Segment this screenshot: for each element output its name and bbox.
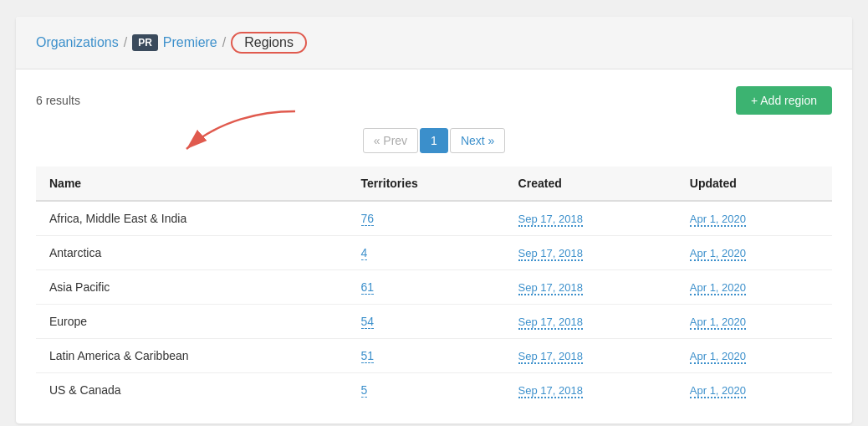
cell-territories: 61 [348,270,505,305]
territories-link[interactable]: 76 [361,212,375,226]
created-date-link[interactable]: Sep 17, 2018 [518,213,583,227]
cell-territories: 5 [348,373,505,408]
table-row: Asia Pacific 61 Sep 17, 2018 Apr 1, 2020 [36,270,832,305]
pagination: « Prev 1 Next » [363,128,506,153]
cell-territories: 54 [348,305,505,339]
territories-link[interactable]: 51 [361,349,375,363]
created-date-link[interactable]: Sep 17, 2018 [518,247,583,261]
territories-link[interactable]: 61 [361,280,375,295]
cell-name: Europe [36,305,348,339]
cell-created: Sep 17, 2018 [505,236,677,270]
breadcrumb-current: Regions [231,32,307,54]
cell-name: Asia Pacific [36,270,348,305]
updated-date-link[interactable]: Apr 1, 2020 [690,316,746,330]
cell-updated: Apr 1, 2020 [677,305,832,339]
cell-created: Sep 17, 2018 [505,270,677,305]
table-row: Latin America & Caribbean 51 Sep 17, 201… [36,339,832,373]
table-row: Antarctica 4 Sep 17, 2018 Apr 1, 2020 [36,236,832,270]
created-date-link[interactable]: Sep 17, 2018 [518,350,583,364]
cell-updated: Apr 1, 2020 [677,270,832,305]
cell-updated: Apr 1, 2020 [677,201,832,236]
updated-date-link[interactable]: Apr 1, 2020 [690,350,746,364]
cell-updated: Apr 1, 2020 [677,236,832,270]
cell-territories: 4 [348,236,505,270]
table-row: US & Canada 5 Sep 17, 2018 Apr 1, 2020 [36,373,832,408]
created-date-link[interactable]: Sep 17, 2018 [518,316,583,330]
territories-link[interactable]: 5 [361,383,368,398]
cell-name: Latin America & Caribbean [36,339,348,373]
col-territories: Territories [348,167,505,201]
pagination-wrapper: « Prev 1 Next » [36,128,832,153]
territories-link[interactable]: 4 [361,246,368,260]
cell-created: Sep 17, 2018 [505,305,677,339]
regions-table: Name Territories Created Updated Africa,… [36,167,832,407]
cell-name: Antarctica [36,236,348,270]
prev-page-button[interactable]: « Prev [363,128,418,153]
results-bar: 6 results + Add region [36,86,832,115]
main-content: 6 results + Add region « Prev 1 Next » [16,69,852,423]
updated-date-link[interactable]: Apr 1, 2020 [690,213,746,227]
breadcrumb-organizations[interactable]: Organizations [36,35,119,50]
updated-date-link[interactable]: Apr 1, 2020 [690,281,746,295]
created-date-link[interactable]: Sep 17, 2018 [518,281,583,295]
cell-updated: Apr 1, 2020 [677,339,832,373]
table-row: Europe 54 Sep 17, 2018 Apr 1, 2020 [36,305,832,339]
breadcrumb: Organizations / PR Premiere / Regions [16,17,852,69]
next-page-button[interactable]: Next » [450,128,505,153]
cell-name: US & Canada [36,373,348,408]
results-count: 6 results [36,94,80,107]
created-date-link[interactable]: Sep 17, 2018 [518,384,583,398]
cell-created: Sep 17, 2018 [505,373,677,408]
breadcrumb-sep2: / [222,35,226,50]
cell-created: Sep 17, 2018 [505,339,677,373]
cell-created: Sep 17, 2018 [505,201,677,236]
updated-date-link[interactable]: Apr 1, 2020 [690,384,746,398]
table-header-row: Name Territories Created Updated [36,167,832,201]
page-1-button[interactable]: 1 [420,128,448,153]
col-created: Created [505,167,677,201]
cell-territories: 51 [348,339,505,373]
table-row: Africa, Middle East & India 76 Sep 17, 2… [36,201,832,236]
col-name: Name [36,167,348,201]
col-updated: Updated [677,167,832,201]
cell-name: Africa, Middle East & India [36,201,348,236]
add-region-button[interactable]: + Add region [736,86,832,115]
breadcrumb-premiere[interactable]: Premiere [163,35,217,50]
territories-link[interactable]: 54 [361,315,375,329]
cell-territories: 76 [348,201,505,236]
updated-date-link[interactable]: Apr 1, 2020 [690,247,746,261]
breadcrumb-sep1: / [124,35,127,50]
breadcrumb-badge: PR [132,34,158,51]
cell-updated: Apr 1, 2020 [677,373,832,408]
